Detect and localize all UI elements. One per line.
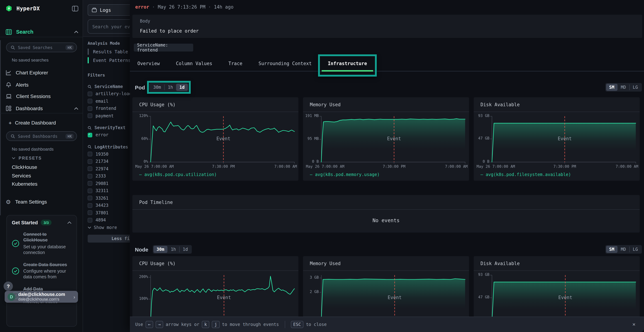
tab-column-values[interactable]: Column Values: [168, 57, 220, 71]
chart-title: Memory Used: [310, 102, 340, 107]
sidebar-item-clickhouse[interactable]: ClickHouse: [12, 164, 78, 171]
chart-title: CPU Usage (%): [139, 102, 176, 107]
node-size-sm-active[interactable]: SM: [606, 246, 618, 253]
node-range-30m-active[interactable]: 30m: [153, 246, 168, 253]
y-axis-tick: 2 GB: [303, 290, 319, 294]
checkbox[interactable]: [88, 203, 92, 208]
sidebar-item-client-sessions[interactable]: Client Sessions: [6, 93, 78, 100]
checkbox[interactable]: [88, 188, 92, 193]
checkbox[interactable]: [88, 106, 92, 111]
pod-time-range-control: 30m 1h 1d: [149, 83, 188, 92]
pod-range-30m[interactable]: 30m: [150, 84, 164, 91]
get-started-item[interactable]: Connect to ClickHouse Set up your databa…: [12, 232, 72, 256]
event-marker-label: Event: [543, 136, 586, 141]
pod-size-md[interactable]: MD: [618, 84, 629, 91]
pod-range-1h[interactable]: 1h: [164, 84, 176, 91]
search-icon: [11, 45, 15, 50]
node-size-lg[interactable]: LG: [630, 246, 641, 253]
get-started-card: Get Started 3/3 Connect to ClickHouse Se…: [6, 215, 77, 327]
pod-range-1d-active[interactable]: 1d: [176, 84, 188, 91]
checkbox[interactable]: [88, 181, 92, 186]
checkbox-checked[interactable]: [88, 133, 92, 138]
checkbox[interactable]: [88, 166, 92, 171]
sidebar-item-team-settings[interactable]: ⚙ Team Settings: [6, 198, 78, 205]
y-axis-tick: 191 MB: [303, 114, 319, 118]
pod-memory-chart-panel: Memory Used 191 MB95 MB0 BEventMay 26 7:…: [303, 97, 469, 181]
mode-indicator-active: [88, 57, 89, 63]
collapse-sidebar-icon[interactable]: [72, 6, 78, 12]
checkbox[interactable]: [88, 152, 92, 156]
checkbox[interactable]: [88, 218, 92, 222]
search-icon[interactable]: [88, 145, 92, 149]
saved-dashboards-input[interactable]: Saved Dashboards ⌘K: [6, 131, 77, 141]
presets-toggle[interactable]: PRESETS: [12, 155, 78, 161]
sidebar-item-alerts[interactable]: Alerts: [6, 81, 78, 88]
x-axis-tick: 7:30:00 PM: [195, 164, 252, 168]
node-range-1h[interactable]: 1h: [168, 246, 179, 253]
pod-size-lg[interactable]: LG: [630, 84, 641, 91]
mode-event-patterns[interactable]: Event Patterns: [88, 56, 131, 64]
no-saved-dashboards-note: No saved dashboards: [12, 146, 78, 152]
chart-legend[interactable]: — avg(k8s.pod.filesystem.available): [480, 172, 571, 177]
close-icon[interactable]: ✕: [632, 321, 636, 327]
checkbox[interactable]: [88, 174, 92, 178]
checkbox[interactable]: [88, 114, 92, 118]
chart-legend[interactable]: — avg(k8s.pod.cpu.utilization): [139, 172, 217, 177]
y-axis-tick: 60%: [132, 137, 148, 140]
chevron-up-icon[interactable]: [74, 107, 78, 110]
y-axis-tick: 93 GB: [474, 114, 490, 118]
arrow-left-key[interactable]: ←: [146, 321, 153, 328]
search-icon[interactable]: [88, 84, 92, 88]
user-org: dale@clickhouse.com's: [18, 297, 71, 302]
node-range-1d[interactable]: 1d: [180, 246, 191, 253]
create-dashboard-button[interactable]: + Create Dashboard: [8, 119, 78, 126]
help-button[interactable]: ?: [4, 282, 13, 291]
checkbox[interactable]: [88, 159, 92, 164]
y-axis-tick: 93 GB: [474, 272, 490, 276]
sidebar-item-dashboards[interactable]: Dashboards: [6, 105, 78, 112]
tab-trace[interactable]: Trace: [221, 57, 250, 71]
chart-legend[interactable]: — avg(k8s.pod.memory.usage): [310, 172, 380, 177]
user-account-bar[interactable]: D dale@clickhouse.com dale@clickhouse.co…: [5, 291, 78, 303]
search-icon[interactable]: [88, 126, 92, 130]
get-started-item[interactable]: Create Data Sources Configure where your…: [12, 262, 72, 280]
filters-label: Filters: [88, 72, 105, 78]
y-axis-tick: 120%: [132, 114, 148, 118]
pod-disk-chart-panel: Disk Available 93 GB47 GB0 BEventMay 26 …: [474, 97, 640, 181]
sidebar-item-kubernetes[interactable]: Kubernetes: [12, 180, 78, 188]
tab-surrounding-context[interactable]: Surrounding Context: [251, 57, 319, 71]
sidebar-item-services[interactable]: Services: [12, 172, 78, 179]
checkbox[interactable]: [88, 196, 92, 200]
sidebar-item-chart-explorer[interactable]: Chart Explorer: [6, 69, 78, 76]
event-marker-label: Event: [202, 295, 246, 300]
mode-results-table[interactable]: Results Table: [88, 47, 131, 56]
x-axis-tick: May 26 7:00:00 AM: [135, 164, 174, 168]
chart-explorer-icon: [6, 70, 12, 76]
sidebar-scrollbar[interactable]: [0, 40, 1, 215]
pod-size-control: SM MD LG: [605, 83, 642, 92]
checkbox[interactable]: [88, 210, 92, 215]
k-key[interactable]: k: [202, 321, 209, 328]
arrow-right-key[interactable]: →: [156, 321, 163, 328]
pod-section-header: Pod 30m 1h 1d SM MD LG: [135, 81, 644, 94]
node-size-md[interactable]: MD: [618, 246, 629, 253]
chevron-up-icon[interactable]: [67, 221, 72, 224]
severity-badge: error: [135, 4, 149, 10]
sidebar-item-search[interactable]: Search: [6, 28, 78, 36]
chevron-up-icon[interactable]: [74, 30, 78, 33]
checkbox[interactable]: [88, 99, 92, 104]
tab-overview[interactable]: Overview: [130, 57, 167, 71]
pod-size-sm-active[interactable]: SM: [606, 84, 618, 91]
checkbox[interactable]: [88, 92, 92, 96]
plus-icon: +: [8, 120, 12, 126]
j-key[interactable]: j: [212, 321, 220, 328]
saved-searches-input[interactable]: Saved Searches ⌘K: [6, 42, 77, 52]
y-axis-tick: 100%: [132, 296, 148, 300]
chart-title: CPU Usage (%): [139, 261, 176, 266]
gear-icon: ⚙: [6, 198, 11, 205]
esc-key[interactable]: ESC: [291, 321, 304, 328]
pod-cpu-chart-panel: CPU Usage (%) 120%60%0%EventMay 26 7:00:…: [132, 97, 298, 181]
service-name-tag[interactable]: ServiceName: frontend: [134, 44, 193, 52]
tab-infrastructure[interactable]: Infrastructure: [320, 57, 374, 71]
divider: [0, 37, 83, 37]
